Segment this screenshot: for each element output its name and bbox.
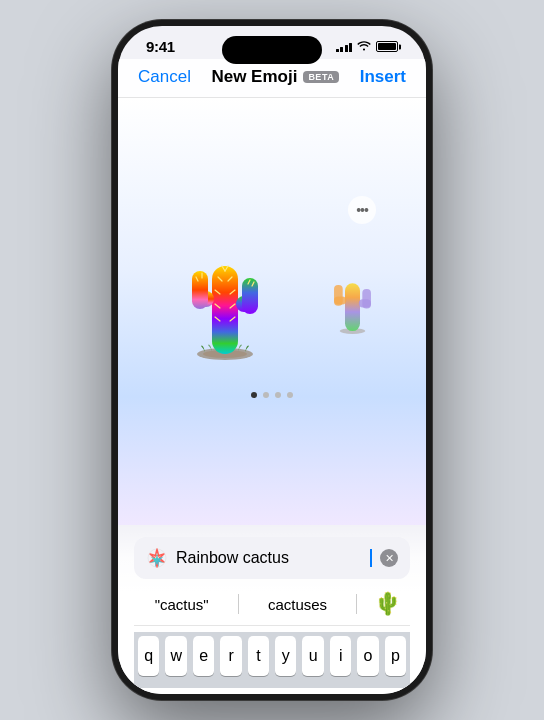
emoji-carousel: ••• xyxy=(138,226,406,376)
text-cursor xyxy=(370,549,372,567)
page-dot-2 xyxy=(263,392,269,398)
signal-bar-4 xyxy=(349,43,352,52)
clear-search-button[interactable]: ✕ xyxy=(380,549,398,567)
autocomplete-cactus[interactable]: "cactus" xyxy=(143,592,221,617)
sparkle-icon xyxy=(146,547,168,569)
key-t[interactable]: t xyxy=(248,636,269,676)
emoji-secondary[interactable] xyxy=(310,258,395,343)
svg-rect-6 xyxy=(242,278,258,314)
insert-button[interactable]: Insert xyxy=(360,67,406,87)
battery-icon xyxy=(376,41,398,52)
nav-title-container: New Emoji BETA xyxy=(211,67,339,87)
key-o[interactable]: o xyxy=(357,636,378,676)
key-i[interactable]: i xyxy=(330,636,351,676)
clear-icon: ✕ xyxy=(385,552,394,565)
key-q[interactable]: q xyxy=(138,636,159,676)
svg-rect-26 xyxy=(362,289,371,309)
key-p[interactable]: p xyxy=(385,636,406,676)
autocomplete-divider-2 xyxy=(356,594,357,614)
battery-fill xyxy=(378,43,396,50)
status-time: 9:41 xyxy=(146,38,175,55)
emoji-display-area: ••• xyxy=(118,98,426,525)
svg-rect-4 xyxy=(192,271,208,309)
key-u[interactable]: u xyxy=(302,636,323,676)
nav-bar: Cancel New Emoji BETA Insert xyxy=(118,59,426,98)
search-input[interactable]: Rainbow cactus xyxy=(176,549,361,567)
keyboard-row-1: q w e r t y u i o p xyxy=(138,636,406,676)
autocomplete-cactuses[interactable]: cactuses xyxy=(256,592,339,617)
page-dot-4 xyxy=(287,392,293,398)
more-dots-icon: ••• xyxy=(356,202,368,218)
more-options-button[interactable]: ••• xyxy=(348,196,376,224)
emoji-main[interactable] xyxy=(150,226,300,376)
signal-bar-1 xyxy=(336,49,339,52)
content-area: Cancel New Emoji BETA Insert ••• xyxy=(118,59,426,694)
svg-rect-22 xyxy=(345,283,360,331)
rainbow-cactus-main-svg xyxy=(160,236,290,366)
status-icons xyxy=(336,40,399,53)
signal-bar-3 xyxy=(345,45,348,52)
signal-bar-2 xyxy=(340,47,343,52)
svg-rect-24 xyxy=(334,285,343,306)
page-dot-3 xyxy=(275,392,281,398)
nav-title: New Emoji xyxy=(211,67,297,87)
keyboard: q w e r t y u i o p xyxy=(134,632,410,688)
phone-screen: 9:41 xyxy=(118,26,426,694)
wifi-icon xyxy=(357,40,371,53)
search-container[interactable]: Rainbow cactus ✕ xyxy=(134,537,410,579)
autocomplete-cactus-emoji[interactable]: 🌵 xyxy=(374,591,401,617)
cancel-button[interactable]: Cancel xyxy=(138,67,191,87)
autocomplete-divider-1 xyxy=(238,594,239,614)
page-dot-1 xyxy=(251,392,257,398)
signal-bars-icon xyxy=(336,41,353,52)
key-y[interactable]: y xyxy=(275,636,296,676)
key-w[interactable]: w xyxy=(165,636,186,676)
bottom-panel: Rainbow cactus ✕ "cactus" cactuses 🌵 xyxy=(118,525,426,694)
dynamic-island xyxy=(222,36,322,64)
key-e[interactable]: e xyxy=(193,636,214,676)
page-indicator xyxy=(251,392,293,398)
key-r[interactable]: r xyxy=(220,636,241,676)
svg-rect-2 xyxy=(212,266,238,354)
phone-frame: 9:41 xyxy=(112,20,432,700)
rainbow-cactus-secondary-svg xyxy=(315,263,390,338)
beta-badge: BETA xyxy=(303,71,339,83)
autocomplete-bar: "cactus" cactuses 🌵 xyxy=(134,587,410,626)
